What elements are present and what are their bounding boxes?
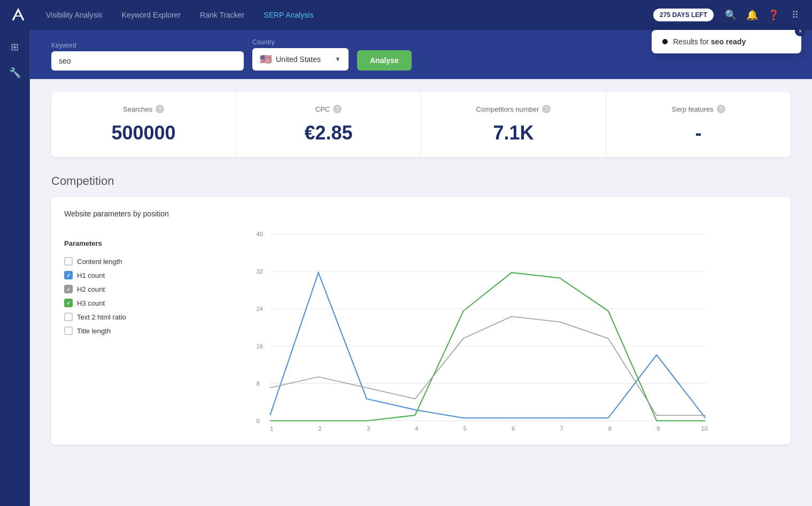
- h2-count-checkbox[interactable]: ✓: [64, 285, 73, 293]
- main-content: Keyword Country 🇺🇸 United States ▼ Analy…: [30, 30, 812, 506]
- country-field-group: Country 🇺🇸 United States ▼: [252, 38, 349, 71]
- h2-count-label: H2 count: [77, 285, 105, 293]
- legend-h1-count[interactable]: ✓ H1 count: [64, 271, 171, 279]
- chevron-down-icon: ▼: [335, 56, 341, 63]
- chart-container: Parameters Content length ✓ H1 count: [64, 229, 778, 432]
- main-layout: ⊞ 🔧 Keyword Country 🇺🇸 United States ▼ A…: [0, 30, 812, 506]
- sidebar-tools-icon[interactable]: 🔧: [6, 64, 24, 81]
- keyword-field-group: Keyword: [51, 42, 244, 71]
- logo: [9, 5, 28, 25]
- notification-icon-btn[interactable]: 🔔: [744, 6, 761, 24]
- svg-text:6: 6: [512, 425, 515, 432]
- h1-count-label: H1 count: [77, 271, 105, 279]
- svg-text:10: 10: [701, 425, 708, 432]
- svg-text:0: 0: [257, 418, 260, 424]
- legend-text2html[interactable]: Text 2 html ratio: [64, 313, 171, 321]
- svg-text:4: 4: [415, 425, 418, 432]
- cpc-title: CPC ?: [247, 105, 410, 113]
- competition-title: Competition: [51, 174, 791, 188]
- legend-h3-count[interactable]: ✓ H3 count: [64, 299, 171, 307]
- content-length-label: Content length: [77, 258, 122, 266]
- legend-h2-count[interactable]: ✓ H2 count: [64, 285, 171, 293]
- searches-title: Searches ?: [62, 105, 225, 113]
- text2html-checkbox[interactable]: [64, 313, 73, 321]
- sidebar-grid-icon[interactable]: ⊞: [6, 38, 24, 56]
- results-popup: Results for seo ready ×: [652, 30, 801, 53]
- svg-text:40: 40: [257, 231, 264, 237]
- popup-keyword: seo ready: [711, 37, 746, 46]
- text2html-label: Text 2 html ratio: [77, 313, 126, 321]
- keyword-label: Keyword: [51, 42, 244, 49]
- competitors-value: 7.1K: [432, 122, 595, 144]
- chart-area: 40 32 24 16 8 0: [180, 229, 778, 432]
- svg-text:8: 8: [608, 425, 612, 432]
- top-navigation: Visibility Analysis Keyword Explorer Ran…: [0, 0, 812, 30]
- popup-text: Results for seo ready: [673, 37, 746, 46]
- cpc-value: €2.85: [247, 122, 410, 144]
- title-length-label: Title length: [77, 327, 111, 335]
- competitors-info-icon[interactable]: ?: [542, 105, 551, 113]
- nav-visibility-analysis[interactable]: Visibility Analysis: [38, 6, 110, 24]
- keyword-input[interactable]: [51, 51, 244, 71]
- popup-close-button[interactable]: ×: [795, 26, 806, 36]
- nav-rank-tracker[interactable]: Rank Tracker: [192, 6, 252, 24]
- competition-section: Competition Website parameters by positi…: [51, 174, 791, 445]
- h1-count-checkbox[interactable]: ✓: [64, 271, 73, 279]
- chart-card: Website parameters by position Parameter…: [51, 197, 791, 445]
- svg-text:5: 5: [463, 425, 467, 432]
- chart-card-title: Website parameters by position: [64, 209, 778, 218]
- country-flag: 🇺🇸: [260, 53, 272, 65]
- apps-icon-btn[interactable]: ⠿: [786, 6, 803, 24]
- country-select[interactable]: 🇺🇸 United States ▼: [252, 48, 349, 71]
- legend-title: Parameters: [64, 239, 171, 247]
- serp-features-card: Serp features ? -: [606, 92, 791, 157]
- left-sidebar: ⊞ 🔧: [0, 30, 30, 506]
- svg-text:32: 32: [257, 268, 264, 275]
- nav-serp-analysis[interactable]: SERP Analysis: [256, 6, 321, 24]
- chart-svg: 40 32 24 16 8 0: [180, 229, 778, 432]
- title-length-checkbox[interactable]: [64, 326, 73, 335]
- svg-text:24: 24: [257, 306, 264, 312]
- h1-checkmark: ✓: [66, 273, 71, 278]
- h3-count-label: H3 count: [77, 299, 105, 307]
- competitors-card: Competitors number ? 7.1K: [421, 92, 606, 157]
- searches-info-icon[interactable]: ?: [156, 105, 164, 113]
- h3-checkmark: ✓: [66, 300, 71, 306]
- serp-features-value: -: [617, 122, 780, 144]
- legend-title-length[interactable]: Title length: [64, 326, 171, 335]
- svg-text:8: 8: [257, 380, 260, 387]
- legend-content-length[interactable]: Content length: [64, 257, 171, 266]
- search-icon-btn[interactable]: 🔍: [722, 6, 739, 24]
- svg-text:1: 1: [270, 425, 273, 432]
- competitors-title: Competitors number ?: [432, 105, 595, 113]
- serp-features-info-icon[interactable]: ?: [717, 105, 725, 113]
- analyse-button[interactable]: Analyse: [357, 50, 412, 71]
- h2-checkmark: ✓: [66, 286, 71, 292]
- content-length-checkbox[interactable]: [64, 257, 73, 266]
- svg-text:7: 7: [560, 425, 563, 432]
- cpc-card: CPC ? €2.85: [236, 92, 421, 157]
- chart-legend: Parameters Content length ✓ H1 count: [64, 229, 171, 432]
- svg-text:2: 2: [319, 425, 322, 432]
- searches-value: 500000: [62, 122, 225, 144]
- days-left-badge: 275 DAYS LEFT: [653, 9, 714, 21]
- country-label: Country: [252, 38, 349, 46]
- searches-card: Searches ? 500000: [51, 92, 236, 157]
- stats-section: Searches ? 500000 CPC ? €2.85 Competitor…: [51, 92, 791, 157]
- help-icon-btn[interactable]: ❓: [765, 6, 782, 24]
- serp-features-title: Serp features ?: [617, 105, 780, 113]
- popup-prefix: Results for: [673, 37, 709, 46]
- h3-count-checkbox[interactable]: ✓: [64, 299, 73, 307]
- svg-text:9: 9: [656, 425, 660, 432]
- country-name: United States: [276, 55, 330, 64]
- cpc-info-icon[interactable]: ?: [333, 105, 342, 113]
- svg-text:3: 3: [367, 425, 370, 432]
- nav-keyword-explorer[interactable]: Keyword Explorer: [114, 6, 189, 24]
- svg-text:16: 16: [257, 343, 264, 349]
- popup-dot: [662, 39, 668, 44]
